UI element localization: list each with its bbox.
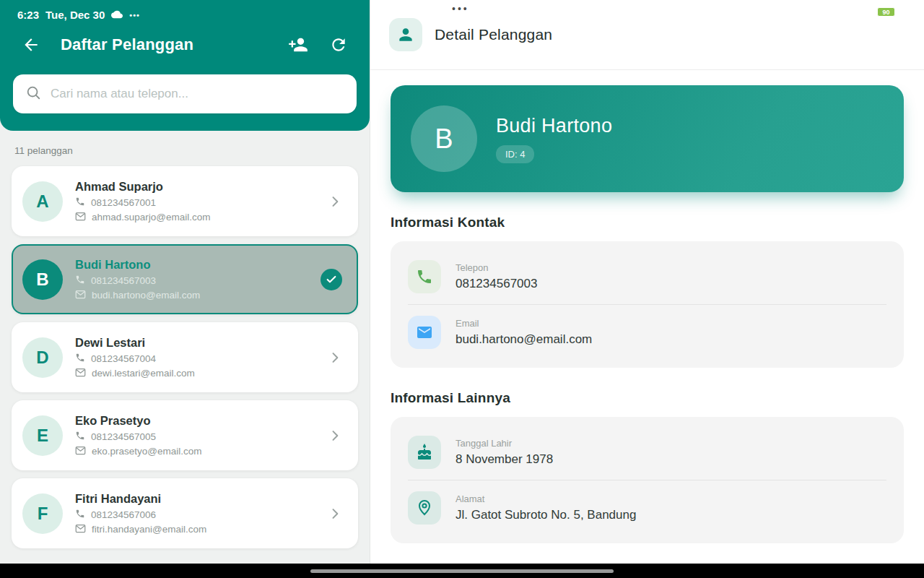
battery-indicator: 90	[877, 7, 895, 17]
detail-row-label: Email	[456, 318, 592, 329]
chevron-right-icon	[328, 350, 342, 365]
customer-list: 11 pelanggan A Ahmad Suparjo 08123456700…	[0, 131, 370, 564]
customer-list-item[interactable]: F Fitri Handayani 081234567006 fitri.han…	[12, 478, 358, 548]
status-notification-dots: •••	[129, 11, 140, 20]
gesture-bar[interactable]	[310, 569, 614, 573]
customer-email: budi.hartono@email.com	[92, 290, 200, 301]
email-icon	[408, 316, 441, 349]
cloud-icon	[111, 9, 123, 21]
detail-title: Detail Pelanggan	[435, 26, 552, 43]
avatar: A	[22, 181, 63, 222]
window-drag-handle[interactable]: •••	[452, 3, 469, 14]
detail-row-value: 8 November 1978	[456, 452, 553, 467]
avatar: E	[22, 415, 63, 456]
email-icon	[75, 212, 86, 223]
chevron-right-icon	[328, 194, 342, 209]
detail-section: Informasi Kontak Telepon 081234567003 Em…	[391, 215, 904, 368]
customer-phone: 081234567001	[91, 197, 156, 208]
customer-phone: 081234567006	[91, 509, 156, 520]
email-icon	[75, 290, 86, 301]
customer-phone-row: 081234567004	[75, 353, 328, 365]
phone-icon	[408, 260, 441, 293]
phone-icon	[75, 431, 85, 443]
customer-phone-row: 081234567003	[75, 275, 321, 287]
customer-name: Ahmad Suparjo	[75, 180, 328, 194]
customer-name: Dewi Lestari	[75, 336, 328, 350]
section-card: Tanggal Lahir 8 November 1978 Alamat Jl.…	[391, 417, 904, 543]
phone-icon	[75, 353, 85, 365]
status-time: 6:23	[17, 9, 39, 21]
customer-email: dewi.lestari@email.com	[92, 368, 195, 379]
section-card: Telepon 081234567003 Email budi.hartono@…	[391, 241, 904, 368]
customer-phone: 081234567004	[91, 353, 156, 364]
app-screen: 6:23 Tue, Dec 30 ••• Daftar Pelanggan	[0, 0, 924, 578]
phone-icon	[75, 197, 85, 209]
detail-row: Alamat Jl. Gatot Subroto No. 5, Bandung	[391, 481, 904, 535]
customer-list-item[interactable]: B Budi Hartono 081234567003 budi.hartono…	[12, 244, 358, 314]
cake-icon	[408, 436, 441, 469]
search-icon	[25, 85, 41, 103]
search-input[interactable]	[51, 87, 344, 101]
customer-count: 11 pelanggan	[14, 145, 355, 156]
avatar: B	[22, 259, 63, 300]
phone-icon	[75, 275, 85, 287]
customer-phone-row: 081234567005	[75, 431, 328, 443]
row-divider	[408, 480, 886, 480]
detail-row-value: Jl. Gatot Subroto No. 5, Bandung	[456, 508, 636, 522]
customer-email-row: eko.prasetyo@email.com	[75, 446, 328, 457]
list-header: 6:23 Tue, Dec 30 ••• Daftar Pelanggan	[0, 0, 370, 131]
customer-list-item[interactable]: D Dewi Lestari 081234567004 dewi.lestari…	[12, 322, 358, 392]
detail-row-value: budi.hartono@email.com	[456, 332, 592, 347]
row-divider	[408, 304, 886, 305]
avatar: D	[22, 337, 63, 378]
add-customer-button[interactable]	[286, 33, 310, 57]
list-title: Daftar Pelanggan	[61, 35, 193, 54]
customer-name: Eko Prasetyo	[75, 414, 328, 428]
section-heading: Informasi Lainnya	[391, 390, 904, 406]
selected-check-icon	[321, 269, 342, 290]
search-bar[interactable]	[13, 74, 357, 113]
customer-email-row: fitri.handayani@email.com	[75, 524, 328, 535]
refresh-button[interactable]	[326, 33, 351, 57]
detail-row: Tanggal Lahir 8 November 1978	[391, 426, 904, 479]
detail-section: Informasi Lainnya Tanggal Lahir 8 Novemb…	[391, 390, 904, 543]
detail-row-value: 081234567003	[456, 277, 537, 291]
phone-icon	[75, 509, 85, 521]
detail-row-label: Telepon	[456, 262, 537, 273]
detail-row: Telepon 081234567003	[391, 250, 904, 303]
customer-email: eko.prasetyo@email.com	[92, 446, 202, 457]
customer-list-item[interactable]: E Eko Prasetyo 081234567005 eko.prasetyo…	[12, 400, 358, 470]
customer-email-row: budi.hartono@email.com	[75, 290, 321, 301]
customer-phone-row: 081234567006	[75, 509, 328, 521]
customer-hero-card: B Budi Hartono ID: 4	[391, 85, 904, 192]
customer-email-row: ahmad.suparjo@email.com	[75, 212, 328, 223]
customer-email-row: dewi.lestari@email.com	[75, 368, 328, 379]
detail-row-label: Alamat	[456, 493, 636, 504]
status-bar: 6:23 Tue, Dec 30 •••	[0, 0, 370, 21]
status-date: Tue, Dec 30	[45, 9, 105, 21]
email-icon	[75, 368, 86, 379]
customer-list-panel: 6:23 Tue, Dec 30 ••• Daftar Pelanggan	[0, 0, 370, 564]
detail-row: Email budi.hartono@email.com	[391, 306, 904, 359]
email-icon	[75, 524, 86, 535]
detail-panel: Detail Pelanggan B Budi Hartono ID: 4 In…	[370, 0, 924, 564]
customer-phone-row: 081234567001	[75, 197, 328, 209]
customer-email: ahmad.suparjo@email.com	[92, 212, 211, 223]
section-heading: Informasi Kontak	[391, 215, 904, 230]
email-icon	[75, 446, 86, 457]
hero-avatar: B	[411, 105, 477, 172]
back-button[interactable]	[19, 33, 43, 57]
detail-row-label: Tanggal Lahir	[456, 438, 553, 449]
customer-id-badge: ID: 4	[496, 145, 534, 163]
customer-list-item[interactable]: A Ahmad Suparjo 081234567001 ahmad.supar…	[12, 166, 358, 236]
customer-name: Fitri Handayani	[75, 492, 328, 506]
hero-customer-name: Budi Hartono	[496, 115, 612, 137]
customer-phone: 081234567005	[91, 431, 156, 442]
location-icon	[408, 491, 441, 525]
detail-content: B Budi Hartono ID: 4 Informasi Kontak Te…	[370, 70, 924, 543]
customer-email: fitri.handayani@email.com	[92, 524, 206, 535]
appbar: Daftar Pelanggan	[0, 33, 370, 57]
chevron-right-icon	[328, 428, 342, 443]
person-icon	[389, 18, 422, 51]
bottom-nav-bar	[0, 564, 924, 578]
